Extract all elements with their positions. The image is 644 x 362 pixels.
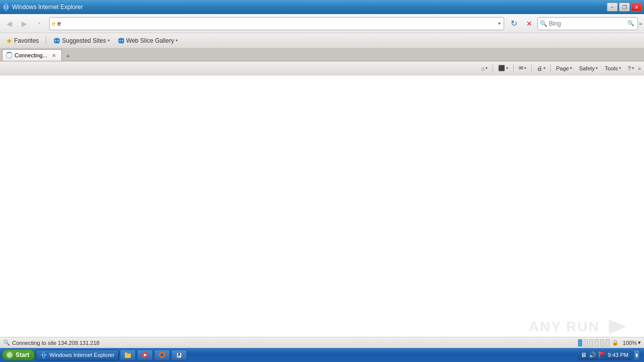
title-buttons: − ❐ ✕ (607, 3, 642, 12)
nav-extend-button[interactable]: » (639, 21, 642, 27)
ie-title-icon (2, 3, 10, 11)
taskbar-media-item[interactable] (137, 349, 153, 360)
progress-block-1 (578, 339, 582, 346)
taskbar-security-item[interactable] (171, 349, 187, 360)
show-desktop-button[interactable]: ▮ (633, 349, 640, 360)
suggested-sites-button[interactable]: Suggested Sites ▾ (50, 36, 112, 45)
safety-dropdown-icon: ▾ (596, 66, 598, 70)
svg-rect-17 (125, 353, 131, 358)
web-slice-gallery-icon (118, 37, 125, 44)
taskbar-folder-item[interactable] (120, 349, 136, 360)
safety-label: Safety (579, 65, 595, 71)
progress-block-4 (595, 339, 599, 346)
watermark-logo (604, 317, 629, 337)
status-right: 🔒 100% ▾ (612, 339, 641, 346)
web-slice-gallery-dropdown-icon: ▾ (176, 38, 178, 43)
progress-block-2 (584, 339, 588, 346)
svg-rect-18 (125, 352, 127, 354)
start-icon (6, 351, 14, 359)
suggested-sites-dropdown-icon: ▾ (108, 38, 110, 43)
home-icon: ⌂ (481, 65, 485, 71)
security-icon: 🔒 (612, 339, 619, 346)
stop-button[interactable]: ✕ (522, 17, 536, 31)
svg-point-22 (160, 353, 164, 356)
suggested-sites-icon (53, 37, 60, 44)
cmd-separator-3 (531, 64, 532, 73)
mail-button[interactable]: ✉ ▾ (516, 63, 529, 74)
command-bar: ⌂ ▾ ⬛ ▾ ✉ ▾ 🖨 ▾ Page ▾ Safety ▾ Tools ▾ … (0, 61, 644, 75)
zoom-level: 100% (623, 340, 637, 346)
minimize-button[interactable]: − (607, 3, 618, 12)
search-input[interactable] (549, 20, 626, 27)
taskbar-folder-icon (124, 351, 131, 358)
cmd-separator-1 (493, 64, 493, 73)
close-button[interactable]: ✕ (631, 3, 642, 12)
tab-connecting[interactable]: Connecting... ✕ (2, 49, 62, 61)
cmd-separator-4 (550, 64, 551, 73)
start-button[interactable]: Start (2, 349, 35, 360)
favorites-bar: ★ Favorites Suggested Sites ▾ Web Slice … (0, 33, 644, 48)
tab-close-button[interactable]: ✕ (50, 52, 57, 59)
taskbar-ie-item[interactable]: Windows Internet Explorer (36, 349, 119, 360)
home-button[interactable]: ⌂ ▾ (478, 63, 491, 74)
address-bar-container: e ▾ (49, 17, 504, 30)
tools-dropdown-icon: ▾ (619, 66, 621, 70)
network-tray-icon: 🖥 (581, 351, 587, 358)
command-extend-button[interactable]: » (638, 65, 641, 71)
taskbar: Start Windows Internet Explorer (0, 348, 644, 362)
status-bar: 🔍 Connecting to site 134.209.131.218 🔒 1… (0, 337, 644, 348)
svg-rect-25 (178, 355, 181, 355)
print-dropdown-icon: ▾ (543, 66, 545, 70)
feed-dropdown-icon: ▾ (506, 66, 508, 70)
forward-button[interactable]: ▶ (17, 17, 31, 31)
zoom-dropdown-icon: ▾ (638, 339, 641, 346)
help-dropdown-icon: ▾ (632, 66, 634, 70)
status-search-icon: 🔍 (3, 339, 10, 346)
tools-button[interactable]: Tools ▾ (602, 63, 624, 74)
feed-button[interactable]: ⬛ ▾ (495, 63, 511, 74)
taskbar-media-icon (141, 351, 148, 358)
web-slice-gallery-label: Web Slice Gallery (126, 37, 174, 44)
restore-button[interactable]: ❐ (619, 3, 630, 12)
flag-tray-icon: 🚩 (598, 351, 606, 358)
address-dropdown-button[interactable]: ▾ (497, 21, 502, 26)
progress-block-5 (600, 339, 604, 346)
back-button[interactable]: ◀ (2, 17, 16, 31)
address-input[interactable] (57, 20, 497, 27)
page-dropdown-icon: ▾ (570, 66, 572, 70)
search-button[interactable]: 🔍 (626, 20, 635, 27)
print-icon: 🖨 (537, 65, 542, 71)
help-label: ? (628, 65, 631, 71)
favorites-separator (46, 36, 46, 46)
title-left: Windows Internet Explorer (2, 3, 83, 11)
zoom-button[interactable]: 100% ▾ (623, 339, 641, 346)
print-button[interactable]: 🖨 ▾ (534, 63, 548, 74)
help-button[interactable]: ? ▾ (625, 63, 637, 74)
page-button[interactable]: Page ▾ (553, 63, 575, 74)
web-slice-gallery-button[interactable]: Web Slice Gallery ▾ (115, 36, 181, 45)
safety-button[interactable]: Safety ▾ (576, 63, 601, 74)
taskbar-browser2-item[interactable] (154, 349, 170, 360)
favorites-label: Favorites (14, 37, 39, 44)
tab-label: Connecting... (15, 52, 47, 58)
search-container: 🔍 🔍 (537, 17, 638, 30)
svg-marker-11 (609, 319, 626, 334)
watermark-text: ANY RUN (529, 319, 600, 335)
svg-point-24 (178, 353, 180, 355)
home-dropdown-icon: ▾ (486, 66, 488, 70)
address-icon: e (52, 20, 55, 27)
page-label: Page (556, 65, 569, 71)
favorites-button[interactable]: ★ Favorites (3, 36, 42, 46)
dropdown-button[interactable]: ▾ (32, 17, 46, 31)
mail-icon: ✉ (519, 65, 523, 71)
progress-block-3 (589, 339, 593, 346)
status-progress-area (578, 339, 610, 346)
svg-rect-26 (178, 356, 180, 356)
refresh-button[interactable]: ↻ (507, 17, 521, 31)
new-tab-button[interactable]: + (63, 51, 73, 61)
content-area (0, 75, 644, 348)
cmd-separator-2 (513, 64, 514, 73)
mail-dropdown-icon: ▾ (524, 66, 526, 70)
taskbar-security-icon (176, 351, 183, 358)
clock: 9:43 PM (608, 352, 628, 358)
